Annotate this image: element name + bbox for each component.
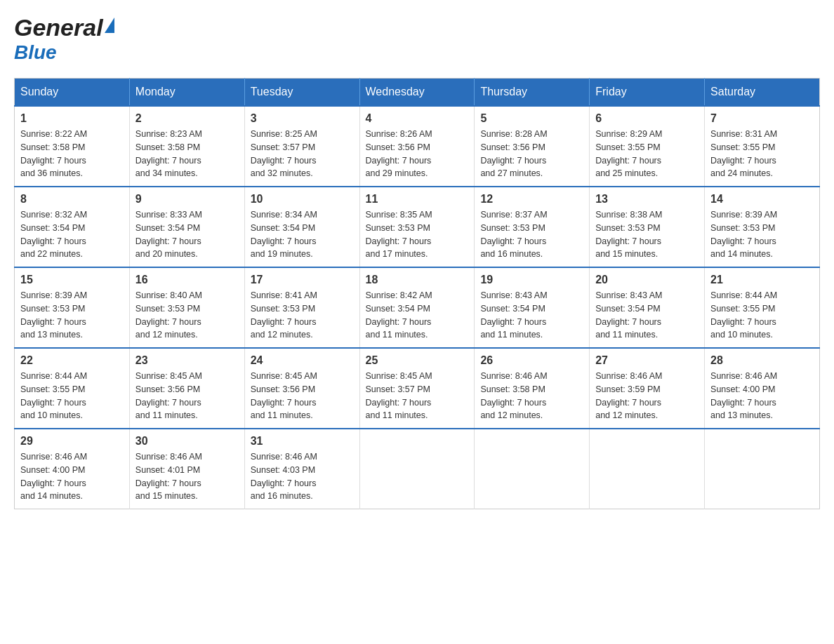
day-info: Sunrise: 8:46 AMSunset: 3:59 PMDaylight:… — [595, 370, 699, 422]
day-info: Sunrise: 8:39 AMSunset: 3:53 PMDaylight:… — [20, 289, 124, 342]
day-number: 22 — [20, 354, 124, 367]
day-info: Sunrise: 8:31 AMSunset: 3:55 PMDaylight:… — [710, 128, 814, 180]
calendar-cell: 14Sunrise: 8:39 AMSunset: 3:53 PMDayligh… — [705, 187, 820, 267]
day-number: 6 — [595, 112, 699, 125]
day-number: 23 — [135, 354, 239, 367]
day-number: 16 — [135, 274, 239, 286]
logo-general-text: General — [14, 14, 103, 41]
calendar-cell: 1Sunrise: 8:22 AMSunset: 3:58 PMDaylight… — [15, 106, 130, 187]
day-info: Sunrise: 8:38 AMSunset: 3:53 PMDaylight:… — [595, 208, 699, 261]
calendar-cell: 12Sunrise: 8:37 AMSunset: 3:53 PMDayligh… — [475, 187, 590, 267]
day-info: Sunrise: 8:43 AMSunset: 3:54 PMDaylight:… — [595, 289, 699, 342]
day-info: Sunrise: 8:46 AMSunset: 4:00 PMDaylight:… — [20, 450, 124, 503]
calendar-cell: 10Sunrise: 8:34 AMSunset: 3:54 PMDayligh… — [244, 187, 359, 267]
calendar-cell — [705, 429, 820, 509]
calendar-cell: 2Sunrise: 8:23 AMSunset: 3:58 PMDaylight… — [129, 106, 244, 187]
calendar-cell: 3Sunrise: 8:25 AMSunset: 3:57 PMDaylight… — [244, 106, 359, 187]
day-number: 24 — [251, 354, 354, 367]
day-number: 5 — [480, 112, 583, 125]
logo: General Blue — [14, 14, 114, 64]
day-info: Sunrise: 8:41 AMSunset: 3:53 PMDaylight:… — [251, 289, 354, 342]
week-row-2: 8Sunrise: 8:32 AMSunset: 3:54 PMDaylight… — [15, 187, 820, 267]
day-info: Sunrise: 8:23 AMSunset: 3:58 PMDaylight:… — [135, 128, 239, 180]
day-number: 3 — [251, 112, 354, 125]
calendar-cell: 15Sunrise: 8:39 AMSunset: 3:53 PMDayligh… — [15, 267, 130, 348]
day-number: 14 — [710, 193, 814, 206]
day-info: Sunrise: 8:46 AMSunset: 4:01 PMDaylight:… — [135, 450, 239, 503]
day-info: Sunrise: 8:45 AMSunset: 3:56 PMDaylight:… — [135, 370, 239, 422]
calendar-cell: 31Sunrise: 8:46 AMSunset: 4:03 PMDayligh… — [244, 429, 359, 509]
logo-triangle-icon — [105, 18, 114, 33]
calendar-cell: 17Sunrise: 8:41 AMSunset: 3:53 PMDayligh… — [244, 267, 359, 348]
day-info: Sunrise: 8:25 AMSunset: 3:57 PMDaylight:… — [251, 128, 354, 180]
day-number: 13 — [595, 193, 699, 206]
day-number: 7 — [710, 112, 814, 125]
calendar-cell: 7Sunrise: 8:31 AMSunset: 3:55 PMDaylight… — [705, 106, 820, 187]
calendar-cell: 13Sunrise: 8:38 AMSunset: 3:53 PMDayligh… — [590, 187, 705, 267]
calendar-cell: 30Sunrise: 8:46 AMSunset: 4:01 PMDayligh… — [129, 429, 244, 509]
day-number: 26 — [480, 354, 583, 367]
page-header: General Blue — [14, 14, 820, 64]
day-info: Sunrise: 8:29 AMSunset: 3:55 PMDaylight:… — [595, 128, 699, 180]
day-info: Sunrise: 8:32 AMSunset: 3:54 PMDaylight:… — [20, 208, 124, 261]
day-info: Sunrise: 8:42 AMSunset: 3:54 PMDaylight:… — [366, 289, 469, 342]
column-header-thursday: Thursday — [475, 79, 590, 107]
calendar-header-row: SundayMondayTuesdayWednesdayThursdayFrid… — [15, 79, 820, 107]
day-number: 19 — [480, 274, 583, 286]
column-header-sunday: Sunday — [15, 79, 130, 107]
week-row-4: 22Sunrise: 8:44 AMSunset: 3:55 PMDayligh… — [15, 348, 820, 429]
day-info: Sunrise: 8:44 AMSunset: 3:55 PMDaylight:… — [710, 289, 814, 342]
calendar-table: SundayMondayTuesdayWednesdayThursdayFrid… — [14, 78, 820, 509]
column-header-monday: Monday — [129, 79, 244, 107]
day-number: 29 — [20, 435, 124, 448]
day-number: 10 — [251, 193, 354, 206]
calendar-cell: 6Sunrise: 8:29 AMSunset: 3:55 PMDaylight… — [590, 106, 705, 187]
calendar-cell — [359, 429, 475, 509]
calendar-cell: 18Sunrise: 8:42 AMSunset: 3:54 PMDayligh… — [359, 267, 475, 348]
calendar-cell: 4Sunrise: 8:26 AMSunset: 3:56 PMDaylight… — [359, 106, 475, 187]
calendar-cell: 25Sunrise: 8:45 AMSunset: 3:57 PMDayligh… — [359, 348, 475, 429]
day-number: 31 — [251, 435, 354, 448]
day-number: 1 — [20, 112, 124, 125]
day-info: Sunrise: 8:28 AMSunset: 3:56 PMDaylight:… — [480, 128, 583, 180]
calendar-cell: 16Sunrise: 8:40 AMSunset: 3:53 PMDayligh… — [129, 267, 244, 348]
day-info: Sunrise: 8:33 AMSunset: 3:54 PMDaylight:… — [135, 208, 239, 261]
day-info: Sunrise: 8:22 AMSunset: 3:58 PMDaylight:… — [20, 128, 124, 180]
column-header-wednesday: Wednesday — [359, 79, 475, 107]
day-number: 2 — [135, 112, 239, 125]
calendar-cell: 24Sunrise: 8:45 AMSunset: 3:56 PMDayligh… — [244, 348, 359, 429]
day-info: Sunrise: 8:35 AMSunset: 3:53 PMDaylight:… — [366, 208, 469, 261]
day-number: 30 — [135, 435, 239, 448]
day-number: 25 — [366, 354, 469, 367]
day-number: 8 — [20, 193, 124, 206]
day-info: Sunrise: 8:46 AMSunset: 4:00 PMDaylight:… — [710, 370, 814, 422]
calendar-cell — [590, 429, 705, 509]
day-info: Sunrise: 8:39 AMSunset: 3:53 PMDaylight:… — [710, 208, 814, 261]
calendar-cell: 5Sunrise: 8:28 AMSunset: 3:56 PMDaylight… — [475, 106, 590, 187]
week-row-5: 29Sunrise: 8:46 AMSunset: 4:00 PMDayligh… — [15, 429, 820, 509]
calendar-cell: 28Sunrise: 8:46 AMSunset: 4:00 PMDayligh… — [705, 348, 820, 429]
calendar-cell: 20Sunrise: 8:43 AMSunset: 3:54 PMDayligh… — [590, 267, 705, 348]
day-number: 11 — [366, 193, 469, 206]
day-info: Sunrise: 8:40 AMSunset: 3:53 PMDaylight:… — [135, 289, 239, 342]
day-info: Sunrise: 8:45 AMSunset: 3:56 PMDaylight:… — [251, 370, 354, 422]
day-number: 21 — [710, 274, 814, 286]
logo-blue-text: Blue — [14, 41, 57, 63]
day-number: 15 — [20, 274, 124, 286]
column-header-tuesday: Tuesday — [244, 79, 359, 107]
day-number: 4 — [366, 112, 469, 125]
day-info: Sunrise: 8:37 AMSunset: 3:53 PMDaylight:… — [480, 208, 583, 261]
day-info: Sunrise: 8:34 AMSunset: 3:54 PMDaylight:… — [251, 208, 354, 261]
calendar-cell: 29Sunrise: 8:46 AMSunset: 4:00 PMDayligh… — [15, 429, 130, 509]
day-number: 17 — [251, 274, 354, 286]
day-info: Sunrise: 8:46 AMSunset: 4:03 PMDaylight:… — [251, 450, 354, 503]
column-header-friday: Friday — [590, 79, 705, 107]
day-number: 18 — [366, 274, 469, 286]
day-number: 28 — [710, 354, 814, 367]
calendar-cell: 19Sunrise: 8:43 AMSunset: 3:54 PMDayligh… — [475, 267, 590, 348]
calendar-cell: 23Sunrise: 8:45 AMSunset: 3:56 PMDayligh… — [129, 348, 244, 429]
calendar-cell: 27Sunrise: 8:46 AMSunset: 3:59 PMDayligh… — [590, 348, 705, 429]
calendar-cell: 8Sunrise: 8:32 AMSunset: 3:54 PMDaylight… — [15, 187, 130, 267]
day-number: 12 — [480, 193, 583, 206]
week-row-1: 1Sunrise: 8:22 AMSunset: 3:58 PMDaylight… — [15, 106, 820, 187]
